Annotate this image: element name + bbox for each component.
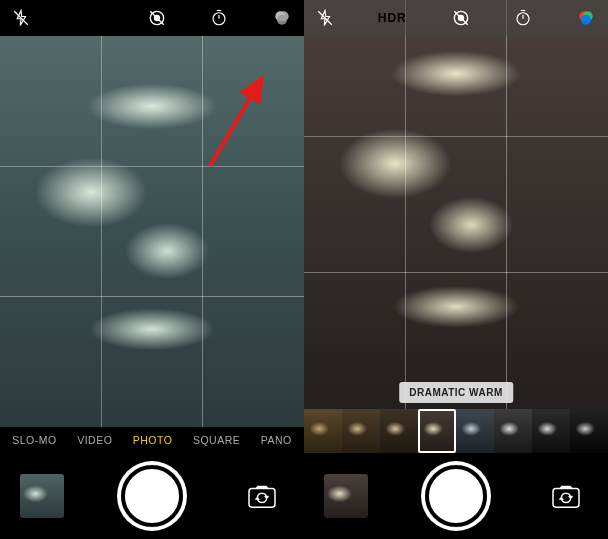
filter-strip[interactable]: [304, 409, 608, 453]
composition-grid: [0, 36, 304, 427]
shutter-button[interactable]: [121, 465, 183, 527]
camera-flip-button[interactable]: [544, 474, 588, 518]
hdr-toggle[interactable]: HDR: [378, 11, 407, 25]
top-toolbar: HDR: [0, 0, 304, 36]
bottom-toolbar: [304, 453, 608, 539]
last-photo-thumbnail[interactable]: [324, 474, 368, 518]
shutter-button[interactable]: [425, 465, 487, 527]
live-off-icon[interactable]: [451, 8, 471, 28]
live-off-icon[interactable]: [147, 8, 167, 28]
filter-swatch[interactable]: [532, 409, 570, 453]
flash-off-icon[interactable]: [12, 9, 30, 27]
mode-selector[interactable]: SLO-MO VIDEO PHOTO SQUARE PANO: [0, 427, 304, 453]
viewfinder[interactable]: DRAMATIC WARM: [304, 0, 608, 409]
timer-icon[interactable]: [514, 9, 532, 27]
bottom-toolbar: [0, 453, 304, 539]
composition-grid: [304, 0, 608, 409]
mode-pano[interactable]: PANO: [261, 434, 292, 446]
mode-slo-mo[interactable]: SLO-MO: [12, 434, 56, 446]
filter-name-label: DRAMATIC WARM: [399, 382, 513, 403]
filter-swatch[interactable]: [494, 409, 532, 453]
filter-swatch[interactable]: [456, 409, 494, 453]
filters-icon[interactable]: [272, 8, 292, 28]
camera-screen-filters: HDR DRAMATIC WARM: [304, 0, 608, 539]
filter-swatch[interactable]: [342, 409, 380, 453]
filter-swatch[interactable]: [380, 409, 418, 453]
filter-swatch[interactable]: [304, 409, 342, 453]
last-photo-thumbnail[interactable]: [20, 474, 64, 518]
svg-rect-9: [249, 489, 275, 508]
mode-square[interactable]: SQUARE: [193, 434, 240, 446]
filter-swatch-selected[interactable]: [418, 409, 456, 453]
hdr-toggle[interactable]: HDR: [74, 11, 103, 25]
svg-rect-18: [553, 489, 579, 508]
flash-off-icon[interactable]: [316, 9, 334, 27]
mode-photo[interactable]: PHOTO: [133, 434, 173, 446]
filter-swatch[interactable]: [570, 409, 608, 453]
svg-point-7: [277, 15, 287, 25]
camera-flip-button[interactable]: [240, 474, 284, 518]
filters-icon-active[interactable]: [576, 8, 596, 28]
mode-video[interactable]: VIDEO: [77, 434, 112, 446]
svg-point-17: [581, 15, 591, 25]
timer-icon[interactable]: [210, 9, 228, 27]
viewfinder[interactable]: [0, 36, 304, 427]
camera-screen-default: HDR SLO-MO VIDEO PHOTO SQUARE PANO: [0, 0, 304, 539]
top-toolbar: HDR: [304, 0, 608, 36]
